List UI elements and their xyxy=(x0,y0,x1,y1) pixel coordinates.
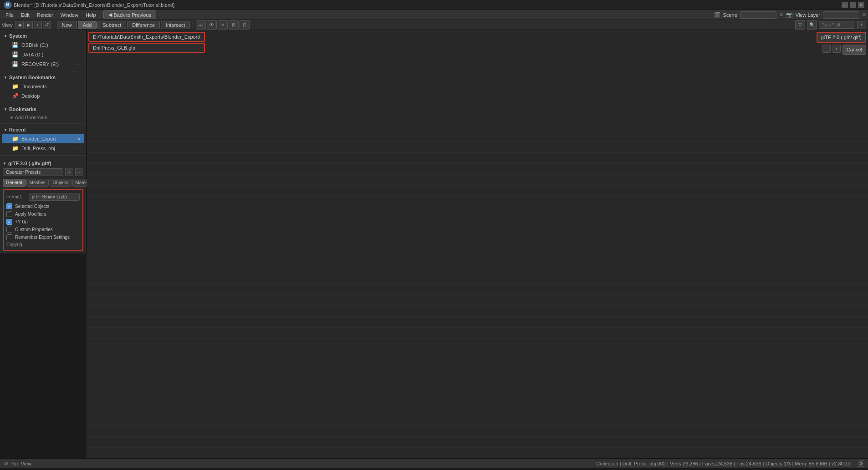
system-bookmarks-section: ▼ System Bookmarks 📁 Documents 📌 Desktop… xyxy=(0,71,86,103)
grid-background xyxy=(87,57,868,458)
recovery-label: RECOVERY (E:) xyxy=(21,61,59,67)
cancel-button[interactable]: Cancel xyxy=(842,45,866,55)
operator-presets-dropdown[interactable]: Operator Presets xyxy=(3,168,63,176)
view-layer-icon: 📷 xyxy=(786,12,793,18)
filename-box[interactable]: DrillPress_GLB.glb xyxy=(88,43,205,53)
custom-properties-row[interactable]: Custom Properties xyxy=(6,227,80,232)
disk-icon-e: 💾 xyxy=(12,61,19,67)
drill-dots: ··· xyxy=(77,146,81,151)
system-title: System xyxy=(9,33,27,39)
preset-add-button[interactable]: + xyxy=(65,168,73,176)
folder-icon-drill: 📁 xyxy=(12,145,19,152)
disk-icon-c: 💾 xyxy=(12,42,19,48)
menu-window[interactable]: Window xyxy=(57,11,82,19)
menu-render[interactable]: Render xyxy=(33,11,57,19)
nav-up-button[interactable]: ↑ xyxy=(34,21,42,29)
menu-file[interactable]: File xyxy=(2,11,17,19)
nav-reload-button[interactable]: ↺ xyxy=(43,21,51,29)
filter-button[interactable]: ▽ xyxy=(795,20,805,30)
bookmarks-header[interactable]: ▼ Bookmarks xyxy=(0,105,86,113)
scene-selector[interactable] xyxy=(740,11,776,19)
system-bookmarks-header[interactable]: ▼ System Bookmarks xyxy=(0,73,86,81)
sidebar-item-blender-export[interactable]: 📁 Blender_Export ✕ xyxy=(2,134,84,143)
display-grid-button[interactable]: ⊞ xyxy=(229,20,239,30)
navigation-icons: ◀ ▶ ↑ ↺ xyxy=(15,21,51,29)
main-content-area: D:\Tutorials\DataSmith_Exports\Blender_E… xyxy=(87,30,868,458)
format-dropdown[interactable]: glTF Binary (.glb) xyxy=(29,193,80,201)
menu-edit[interactable]: Edit xyxy=(17,11,33,19)
status-left: ⚙ Pan View xyxy=(4,460,31,467)
view-layer-label: View Layer xyxy=(796,12,820,18)
filter-add-button[interactable]: + xyxy=(857,21,866,29)
copyright-label: Copyrig... xyxy=(6,242,26,247)
system-section-header[interactable]: ▼ System xyxy=(0,32,86,40)
apply-modifiers-checkbox[interactable] xyxy=(6,211,12,217)
system-section: ▼ System 💾 OSDisk (C:) 💾 DATA (D:) 💾 REC… xyxy=(0,30,86,71)
remember-export-row[interactable]: Remember Export Settings xyxy=(6,234,80,240)
nav-forward-button[interactable]: ▶ xyxy=(25,21,33,29)
bookmarks-section: ▼ Bookmarks + Add Bookmark xyxy=(0,103,86,124)
copyright-row: Copyrig... xyxy=(6,242,80,247)
difference-button[interactable]: Difference xyxy=(127,21,160,29)
display-list-button[interactable]: ≡ xyxy=(218,20,228,30)
status-right: Collection | Drill_Press_obj.002 | Verts… xyxy=(596,461,851,466)
directory-path-box[interactable]: D:\Tutorials\DataSmith_Exports\Blender_E… xyxy=(88,32,205,42)
subtract-button[interactable]: Subtract xyxy=(97,21,126,29)
tab-general[interactable]: General xyxy=(3,179,26,187)
sidebar-item-data[interactable]: 💾 DATA (D:) xyxy=(2,50,84,59)
status-bar: ⚙ Pan View Collection | Drill_Press_obj.… xyxy=(0,458,868,468)
desktop-icon: 📌 xyxy=(12,93,19,99)
new-button[interactable]: New xyxy=(57,21,77,29)
y-up-row[interactable]: +Y Up xyxy=(6,219,80,225)
remember-export-checkbox[interactable] xyxy=(6,234,12,240)
sidebar-item-recovery[interactable]: 💾 RECOVERY (E:) ··· xyxy=(2,60,84,69)
display-icons-button[interactable]: ⊡ xyxy=(240,20,250,30)
osdisk-label: OSDisk (C:) xyxy=(21,42,48,48)
add-button[interactable]: Add xyxy=(78,21,97,29)
drill-press-label: Drill_Press_obj xyxy=(21,146,55,151)
scene-icon: 🎬 xyxy=(714,12,720,18)
tab-meshes[interactable]: Meshes xyxy=(26,179,49,187)
selected-objects-checkbox[interactable] xyxy=(6,203,12,209)
toggle-hidden-button[interactable]: 👁 xyxy=(207,20,217,30)
sidebar-item-desktop[interactable]: 📌 Desktop ··· xyxy=(2,91,84,101)
apply-modifiers-label: Apply Modifiers xyxy=(15,212,46,217)
filter-input[interactable] xyxy=(819,21,855,29)
intersect-button[interactable]: Intersect xyxy=(161,21,190,29)
minus-button[interactable]: − xyxy=(822,45,831,53)
back-button-label: Back to Previous xyxy=(114,12,152,18)
preset-remove-button[interactable]: − xyxy=(75,168,83,176)
triangle-icon-2: ▼ xyxy=(4,76,7,80)
close-button[interactable]: ✕ xyxy=(858,2,864,8)
format-row: Format: glTF Binary (.glb) xyxy=(6,193,80,201)
sidebar-item-drill-press[interactable]: 📁 Drill_Press_obj ··· xyxy=(2,144,84,153)
add-bookmark-button[interactable]: + Add Bookmark xyxy=(0,113,86,121)
custom-properties-checkbox[interactable] xyxy=(6,227,12,232)
sort-alpha-button[interactable]: AZ xyxy=(196,20,206,30)
view-layer-selector[interactable] xyxy=(823,11,859,19)
menu-help[interactable]: Help xyxy=(82,11,100,19)
plus-button[interactable]: + xyxy=(832,45,841,53)
nav-back-button[interactable]: ◀ xyxy=(15,21,24,29)
title-bar: B Blender* [D:\Tutorials\DataSmith_Expor… xyxy=(0,0,868,10)
close-icon-recent[interactable]: ✕ xyxy=(77,136,81,142)
back-arrow-icon: ◀ xyxy=(108,12,112,18)
recent-title: Recent xyxy=(9,127,26,132)
maximize-button[interactable]: □ xyxy=(850,2,856,8)
format-badge: glTF 2.0 (.glb/.gltf) xyxy=(817,32,866,43)
plus-icon: + xyxy=(10,115,13,120)
selected-objects-row[interactable]: Selected Objects xyxy=(6,203,80,209)
data-label: DATA (D:) xyxy=(21,52,43,57)
add-bookmark-label: Add Bookmark xyxy=(15,115,47,120)
sidebar-item-documents[interactable]: 📁 Documents xyxy=(2,82,84,91)
sidebar-item-osdisk[interactable]: 💾 OSDisk (C:) xyxy=(2,40,84,50)
y-up-checkbox[interactable] xyxy=(6,219,12,225)
tab-objects[interactable]: Objects xyxy=(50,179,71,187)
status-settings-button[interactable]: ⚙ xyxy=(858,460,864,467)
back-to-previous-button[interactable]: ◀ Back to Previous xyxy=(103,10,157,19)
recent-header[interactable]: ▼ Recent xyxy=(0,126,86,134)
file-list-area[interactable] xyxy=(87,57,868,458)
main-layout: ▼ System 💾 OSDisk (C:) 💾 DATA (D:) 💾 REC… xyxy=(0,30,868,458)
apply-modifiers-row[interactable]: Apply Modifiers xyxy=(6,211,80,217)
minimize-button[interactable]: ─ xyxy=(842,2,848,8)
